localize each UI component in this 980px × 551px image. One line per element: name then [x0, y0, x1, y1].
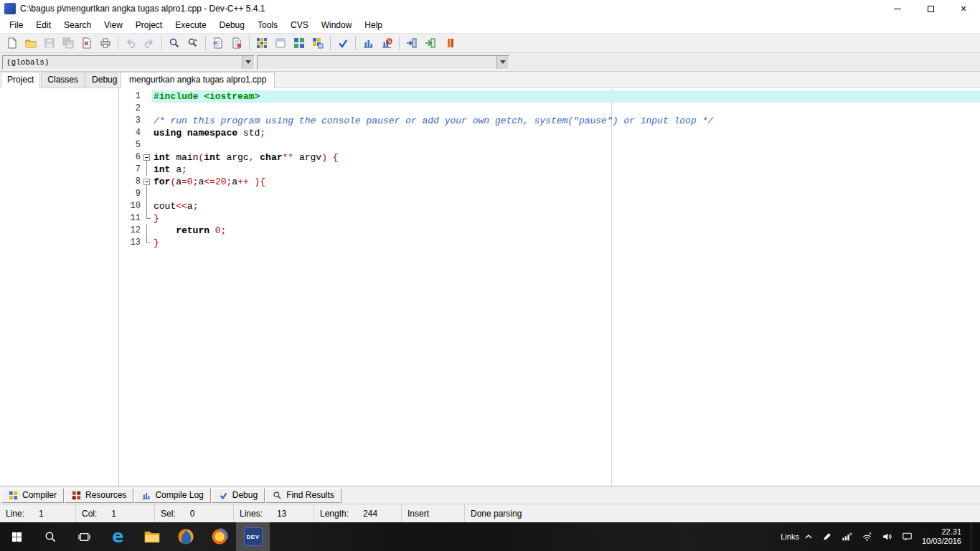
fold-marker [142, 103, 152, 115]
file-explorer-button[interactable] [135, 522, 169, 551]
code-line[interactable]: int a; [152, 164, 980, 176]
links-toolbar[interactable]: Links [781, 532, 813, 541]
cellular-icon[interactable] [842, 532, 852, 542]
menu-file[interactable]: File [3, 19, 29, 32]
incremental-search-button[interactable] [227, 34, 246, 52]
code-line[interactable]: #include <iostream> [152, 90, 980, 103]
menu-edit[interactable]: Edit [29, 19, 57, 32]
editor-column: mengurtkan angka tugas alpro1.cpp 123456… [119, 72, 980, 486]
goto-bookmark-button[interactable] [440, 34, 458, 52]
replace-button[interactable] [184, 34, 202, 52]
main-area: Project Classes Debug mengurtkan angka t… [0, 72, 980, 486]
globals-combobox[interactable]: (globals) [2, 55, 255, 70]
devcpp-icon: DEV [244, 527, 263, 546]
clock-date: 10/03/2016 [922, 537, 961, 546]
notification-icon[interactable] [902, 532, 913, 542]
volume-icon[interactable] [882, 532, 892, 542]
code-lines: #include <iostream>/* run this program u… [152, 90, 980, 249]
tab-resources[interactable]: Resources [65, 488, 133, 503]
menu-help[interactable]: Help [358, 19, 389, 32]
code-line[interactable]: int main(int argc, char** argv) { [152, 151, 980, 164]
devcpp-taskbar-button[interactable]: DEV [236, 522, 270, 551]
tab-compiler[interactable]: Compiler [1, 488, 64, 503]
menu-search[interactable]: Search [57, 19, 98, 32]
code-line[interactable] [152, 103, 980, 115]
undo-icon [125, 37, 136, 49]
menu-project[interactable]: Project [129, 19, 169, 32]
save-all-icon [62, 37, 74, 49]
profile-button[interactable] [359, 34, 377, 52]
members-combobox[interactable] [257, 55, 509, 70]
minimize-button[interactable] [881, 0, 914, 17]
undo-button[interactable] [121, 34, 140, 52]
menu-view[interactable]: View [98, 19, 129, 32]
menu-debug[interactable]: Debug [213, 19, 251, 32]
edge-button[interactable]: e [101, 522, 135, 551]
save-all-button[interactable] [59, 34, 77, 52]
menu-tools[interactable]: Tools [251, 19, 284, 32]
rebuild-button[interactable] [308, 34, 327, 52]
print-button[interactable] [96, 34, 115, 52]
pen-icon[interactable] [822, 532, 832, 542]
open-button[interactable] [22, 34, 40, 52]
gutter-row: 5 [119, 139, 152, 151]
fold-collapse-icon[interactable] [142, 176, 152, 188]
delete-profiling-button[interactable] [377, 34, 396, 52]
start-button[interactable] [0, 522, 34, 551]
redo-button[interactable] [140, 34, 159, 52]
code-area[interactable]: #include <iostream>/* run this program u… [152, 88, 980, 486]
code-line[interactable] [152, 188, 980, 200]
tab-compile-log[interactable]: Compile Log [134, 488, 210, 503]
menu-cvs[interactable]: CVS [284, 19, 315, 32]
code-line[interactable]: return 0; [152, 225, 980, 237]
gutter-row: 8 [119, 176, 152, 188]
firefox-button[interactable] [169, 522, 202, 551]
close-button[interactable]: × [947, 0, 980, 17]
tab-find-results[interactable]: Find Results [265, 488, 341, 503]
insert-snippet-button[interactable] [402, 34, 421, 52]
show-desktop-button[interactable] [971, 522, 974, 551]
fold-marker [142, 127, 152, 139]
code-line[interactable]: using namespace std; [152, 127, 980, 139]
close-file-button[interactable] [77, 34, 96, 52]
task-view-button[interactable] [67, 522, 101, 551]
line-number: 6 [121, 151, 141, 164]
tab-classes[interactable]: Classes [41, 72, 85, 88]
compile-run-button[interactable] [290, 34, 308, 52]
statusbar: Line:1 Col:1 Sel:0 Lines:13 Length:244 I… [0, 504, 980, 522]
toggle-bookmark-button[interactable] [421, 34, 440, 52]
syntax-check-button[interactable] [334, 34, 352, 52]
chevron-down-icon[interactable] [496, 56, 509, 69]
run-button[interactable] [271, 34, 290, 52]
tab-project[interactable]: Project [1, 72, 40, 88]
taskbar-search-button[interactable] [34, 522, 67, 551]
save-button[interactable] [40, 34, 59, 52]
tab-debug-bottom[interactable]: Debug [212, 488, 265, 503]
chevron-down-icon[interactable] [242, 56, 254, 69]
code-line[interactable] [152, 139, 980, 151]
find-button[interactable] [165, 34, 184, 52]
tab-debug[interactable]: Debug [85, 72, 123, 88]
new-file-button[interactable] [3, 34, 22, 52]
status-length: Length:244 [314, 504, 402, 522]
code-line[interactable]: /* run this program using the console pa… [152, 115, 980, 127]
goto-line-button[interactable] [209, 34, 227, 52]
menu-execute[interactable]: Execute [169, 19, 212, 32]
editor-tab-active[interactable]: mengurtkan angka tugas alpro1.cpp [121, 72, 275, 88]
chevron-up-icon[interactable] [804, 533, 813, 540]
fold-marker [142, 115, 152, 127]
maximize-button[interactable] [914, 0, 947, 17]
code-line[interactable]: } [152, 237, 980, 249]
status-message: Done parsing [465, 504, 980, 522]
menu-window[interactable]: Window [315, 19, 359, 32]
app-button[interactable] [202, 522, 236, 551]
code-line[interactable]: cout<<a; [152, 200, 980, 212]
code-line[interactable]: } [152, 212, 980, 225]
wifi-icon[interactable] [862, 532, 872, 542]
compile-button[interactable] [253, 34, 271, 52]
code-line[interactable]: for(a=0;a<=20;a++ ){ [152, 176, 980, 188]
taskbar-clock[interactable]: 22.31 10/03/2016 [922, 527, 961, 546]
compiler-icon [9, 491, 18, 500]
fold-collapse-icon[interactable] [142, 151, 152, 164]
code-editor[interactable]: 12345678910111213 #include <iostream>/* … [119, 88, 980, 486]
